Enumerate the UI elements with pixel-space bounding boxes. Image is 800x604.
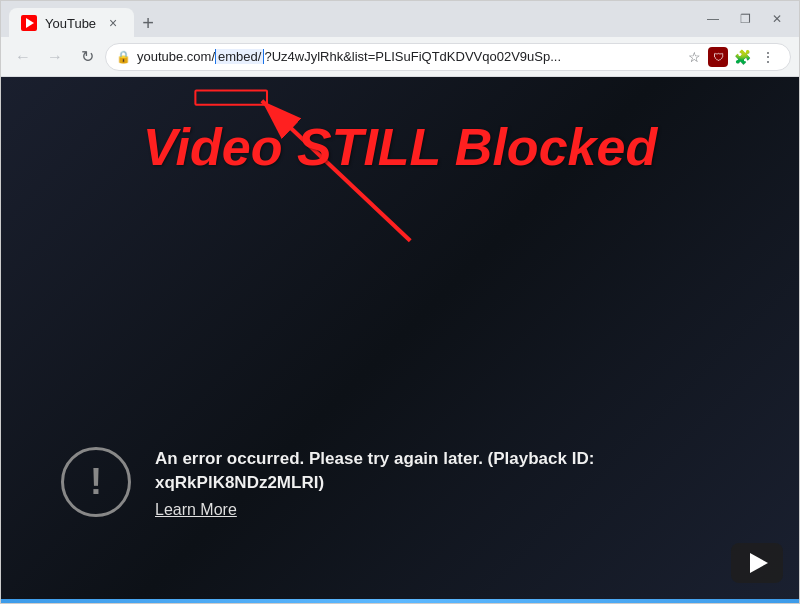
tab-bar: YouTube × + (9, 1, 687, 37)
youtube-play-icon (26, 18, 34, 28)
new-tab-button[interactable]: + (134, 9, 162, 37)
address-bar: ← → ↻ 🔒 youtube.com/embed/?Uz4wJylRhk&li… (1, 37, 799, 77)
taskbar-strip (1, 599, 799, 603)
minimize-button[interactable]: — (699, 7, 727, 31)
tab-title: YouTube (45, 16, 96, 31)
extensions-icon[interactable]: 🧩 (730, 45, 754, 69)
title-bar: YouTube × + — ❐ ✕ (1, 1, 799, 37)
browser-window: YouTube × + — ❐ ✕ ← → ↻ 🔒 youtube.com/em… (0, 0, 800, 604)
forward-button[interactable]: → (41, 43, 69, 71)
error-text-block: An error occurred. Please try again late… (155, 447, 739, 519)
maximize-button[interactable]: ❐ (731, 7, 759, 31)
omnibox-actions: ☆ 🛡 🧩 ⋮ (682, 45, 780, 69)
tab-favicon (21, 15, 37, 31)
close-button[interactable]: ✕ (763, 7, 791, 31)
blocked-title: Video STILL Blocked (1, 117, 799, 177)
window-controls: — ❐ ✕ (699, 7, 791, 31)
url-highlight: embed/ (215, 49, 264, 64)
url-prefix: youtube.com/ (137, 49, 215, 64)
error-message: An error occurred. Please try again late… (155, 447, 739, 495)
url-display: youtube.com/embed/?Uz4wJylRhk&list=PLISu… (137, 49, 676, 64)
back-button[interactable]: ← (9, 43, 37, 71)
lock-icon: 🔒 (116, 50, 131, 64)
active-tab[interactable]: YouTube × (9, 8, 134, 38)
more-menu-icon[interactable]: ⋮ (756, 45, 780, 69)
learn-more-link[interactable]: Learn More (155, 501, 739, 519)
reload-button[interactable]: ↻ (73, 43, 101, 71)
play-triangle-icon (750, 553, 768, 573)
url-suffix: ?Uz4wJylRhk&list=PLISuFiQTdKDVVqo02V9uSp… (264, 49, 561, 64)
omnibox[interactable]: 🔒 youtube.com/embed/?Uz4wJylRhk&list=PLI… (105, 43, 791, 71)
tab-close-button[interactable]: × (104, 14, 122, 32)
bookmark-icon[interactable]: ☆ (682, 45, 706, 69)
youtube-play-button[interactable] (731, 543, 783, 583)
content-area: Video STILL Blocked ! An error occurred.… (1, 77, 799, 599)
error-icon: ! (61, 447, 131, 517)
error-section: ! An error occurred. Please try again la… (61, 447, 739, 519)
shield-extension-icon[interactable]: 🛡 (708, 47, 728, 67)
